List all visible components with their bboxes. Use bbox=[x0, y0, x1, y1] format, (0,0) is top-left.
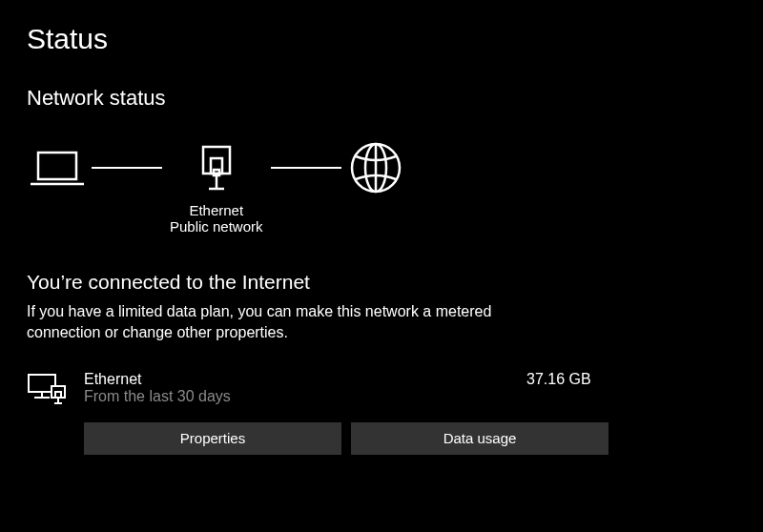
adapter-usage: 37.16 GB bbox=[526, 371, 736, 388]
connection-status-heading: You’re connected to the Internet bbox=[27, 271, 736, 294]
svg-rect-0 bbox=[38, 153, 76, 179]
adapter-period: From the last 30 days bbox=[84, 388, 526, 405]
adapter-name: Ethernet bbox=[84, 371, 526, 388]
ethernet-icon bbox=[197, 139, 236, 196]
topology-connector bbox=[84, 139, 170, 196]
topology-device-node bbox=[31, 139, 84, 196]
adapter-button-row: Properties Data usage bbox=[84, 422, 736, 455]
topology-adapter-node: Ethernet Public network bbox=[170, 139, 263, 235]
adapter-row: Ethernet From the last 30 days 37.16 GB bbox=[27, 371, 736, 405]
topology-adapter-label: Ethernet bbox=[170, 202, 263, 218]
globe-icon bbox=[349, 139, 402, 196]
network-topology: Ethernet Public network bbox=[27, 139, 736, 235]
ethernet-adapter-icon bbox=[27, 373, 67, 405]
data-usage-button[interactable]: Data usage bbox=[351, 422, 608, 455]
page-title: Status bbox=[27, 23, 736, 55]
topology-network-type: Public network bbox=[170, 218, 263, 235]
section-title: Network status bbox=[27, 86, 736, 111]
properties-button[interactable]: Properties bbox=[84, 422, 341, 455]
connection-status-description: If you have a limited data plan, you can… bbox=[27, 301, 561, 344]
status-page: Status Network status bbox=[0, 0, 763, 478]
laptop-icon bbox=[31, 139, 84, 196]
topology-connector bbox=[263, 139, 349, 196]
topology-internet-node bbox=[349, 139, 402, 196]
